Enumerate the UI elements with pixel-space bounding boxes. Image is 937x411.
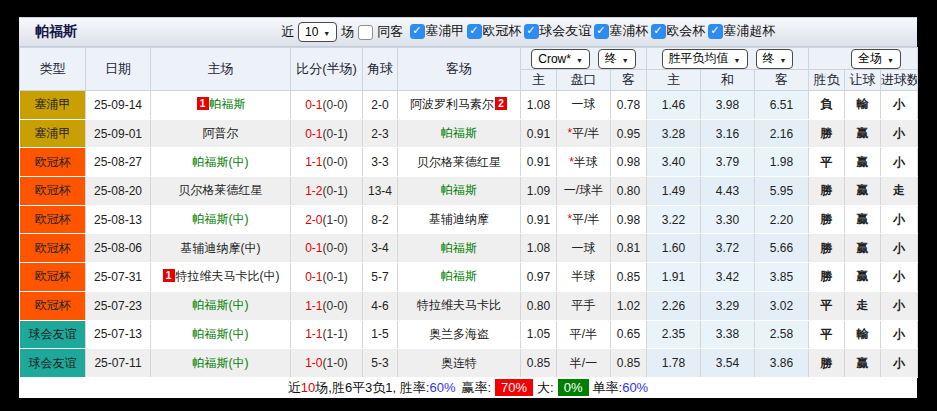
odds-home-cell: 1.09: [521, 177, 557, 206]
wdl-time-select-value: 终: [763, 50, 775, 67]
away-team-cell: 帕福斯: [398, 177, 521, 206]
avg-win-cell: 2.26: [647, 291, 701, 320]
wdl-time-select[interactable]: 终: [756, 49, 794, 69]
home-team-cell: 1特拉维夫马卡比(中): [151, 263, 291, 292]
footer-single-rate: 60%: [622, 380, 648, 395]
away-team-cell: 贝尔格莱德红星: [398, 148, 521, 177]
odds-home-cell: 0.97: [521, 263, 557, 292]
away-team-cell: 帕福斯: [398, 119, 521, 148]
league-filter-4: 欧会杯: [651, 22, 705, 40]
league-filter-label: 欧冠杯: [482, 22, 521, 40]
score-cell: 1-1(1-1): [291, 320, 363, 349]
team-name-text: 帕福斯: [441, 269, 477, 283]
odds-away-cell: 0.80: [611, 177, 647, 206]
league-filter-checkbox[interactable]: [524, 24, 539, 39]
chevron-down-icon: [734, 52, 741, 66]
footer-ying-label: 赢率:: [461, 379, 491, 397]
league-filter-checkbox[interactable]: [410, 24, 425, 39]
chevron-down-icon: [887, 52, 894, 66]
col-header-avg-lose: 客: [755, 70, 809, 91]
date-cell: 25-08-06: [86, 234, 151, 263]
avg-draw-cell: 3.16: [701, 119, 755, 148]
result-wdl-cell: 勝: [809, 349, 845, 378]
table-row: 欧冠杯 25-08-06 基辅迪纳摩(中) 0-1(0-0) 3-4 帕福斯 1…: [20, 234, 918, 263]
league-type-cell: 塞浦甲: [20, 119, 86, 148]
footer-win-rate: 60%: [429, 380, 455, 395]
league-filter-0: 塞浦甲: [410, 22, 464, 40]
league-filter-checkbox[interactable]: [651, 24, 666, 39]
corner-cell: 2-0: [363, 91, 398, 120]
avg-draw-cell: 3.79: [701, 148, 755, 177]
team-name-text: 帕福斯: [441, 241, 477, 255]
avg-draw-cell: 3.72: [701, 234, 755, 263]
result-wdl-cell: 勝: [809, 177, 845, 206]
odds-away-cell: 0.85: [611, 263, 647, 292]
team-name-text: 阿波罗利马素尔: [410, 97, 494, 111]
avg-win-cell: 1.91: [647, 263, 701, 292]
team-name-text: 帕福斯(中): [193, 155, 249, 169]
page-background: 帕福斯 近 10 场 同客 塞浦甲欧冠杯球会友谊塞浦杯欧会杯塞浦超杯: [0, 0, 937, 411]
rank-badge: 2: [495, 97, 507, 110]
corner-cell: 2-3: [363, 119, 398, 148]
league-filter-1: 欧冠杯: [467, 22, 521, 40]
chevron-down-icon: [622, 52, 629, 66]
chevron-down-icon: [780, 52, 787, 66]
odds-time-select[interactable]: 终: [598, 49, 636, 69]
league-filter-3: 塞浦杯: [594, 22, 648, 40]
away-team-cell: 基辅迪纳摩: [398, 205, 521, 234]
team-matches-panel: 帕福斯 近 10 场 同客 塞浦甲欧冠杯球会友谊塞浦杯欧会杯塞浦超杯: [19, 17, 917, 398]
league-filter-label: 欧会杯: [666, 22, 705, 40]
result-handicap-cell: 贏: [845, 234, 881, 263]
chevron-down-icon: [323, 25, 330, 39]
wdl-avg-select[interactable]: 胜平负均值: [662, 49, 748, 69]
league-type-cell: 欧冠杯: [20, 205, 86, 234]
league-type-cell: 球会友谊: [20, 320, 86, 349]
team-name-text: 特拉维夫马卡比: [417, 298, 501, 312]
league-type-cell: 塞浦甲: [20, 91, 86, 120]
avg-win-cell: 1.49: [647, 177, 701, 206]
recent-count-select[interactable]: 10: [298, 22, 337, 42]
odds-away-cell: 0.78: [611, 91, 647, 120]
league-filter-checkbox[interactable]: [594, 24, 609, 39]
footer-record-text: 场,胜6平3负1, 胜率:: [315, 379, 429, 397]
same-venue-label: 同客: [377, 23, 403, 41]
avg-draw-cell: 3.30: [701, 205, 755, 234]
result-handicap-cell: 走: [845, 291, 881, 320]
date-cell: 25-07-31: [86, 263, 151, 292]
scope-select[interactable]: 全场: [851, 49, 901, 69]
score-cell: 0-1(0-1): [291, 119, 363, 148]
league-type-cell: 欧冠杯: [20, 177, 86, 206]
league-filter-checkbox[interactable]: [467, 24, 482, 39]
score-cell: 1-1(0-0): [291, 148, 363, 177]
same-venue-checkbox[interactable]: [358, 25, 373, 40]
scope-select-group: 全场: [809, 48, 918, 70]
matches-table: 类型 日期 主场 比分(半场) 角球 客场 Crow* 终: [19, 47, 918, 378]
col-header-away: 客场: [398, 48, 521, 91]
result-goals-cell: 走: [881, 177, 918, 206]
result-wdl-cell: 勝: [809, 263, 845, 292]
table-row: 球会友谊 25-07-11 帕福斯(中) 1-0(1-0) 5-3 奥连特 0.…: [20, 349, 918, 378]
score-cell: 2-0(1-0): [291, 205, 363, 234]
team-name-text: 基辅迪纳摩(中): [181, 241, 261, 255]
avg-lose-cell: 6.51: [755, 91, 809, 120]
odds-away-cell: 0.98: [611, 205, 647, 234]
col-header-avg-win: 主: [647, 70, 701, 91]
home-team-cell: 帕福斯(中): [151, 205, 291, 234]
avg-win-cell: 3.28: [647, 119, 701, 148]
avg-draw-cell: 3.38: [701, 320, 755, 349]
result-goals-cell: 小: [881, 263, 918, 292]
avg-win-cell: 1.46: [647, 91, 701, 120]
odds-home-cell: 0.91: [521, 119, 557, 148]
odds-away-cell: 0.98: [611, 148, 647, 177]
bookmaker-select[interactable]: Crow*: [531, 49, 590, 69]
away-team-cell: 奥连特: [398, 349, 521, 378]
result-wdl-cell: 勝: [809, 205, 845, 234]
score-cell: 0-1(0-0): [291, 234, 363, 263]
league-filter-checkbox[interactable]: [708, 24, 723, 39]
score-cell: 1-0(1-0): [291, 349, 363, 378]
handicap-cell: 一/球半: [557, 177, 611, 206]
odds-away-cell: 0.65: [611, 320, 647, 349]
league-filter-group: 塞浦甲欧冠杯球会友谊塞浦杯欧会杯塞浦超杯: [407, 22, 775, 42]
handicap-cell: 半/一: [557, 349, 611, 378]
result-handicap-cell: 贏: [845, 177, 881, 206]
